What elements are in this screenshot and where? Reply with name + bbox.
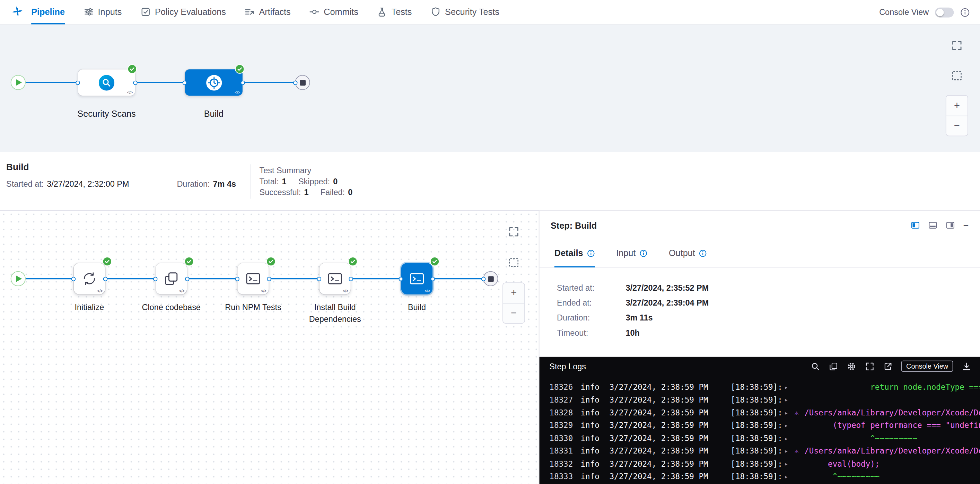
code-icon: </>	[425, 289, 430, 293]
log-date: 3/27/2024, 2:38:59 PM	[609, 395, 731, 404]
stop-icon	[488, 276, 493, 281]
total-value: 1	[282, 176, 286, 187]
log-time: [18:38:59]:	[730, 433, 784, 443]
detail-value: 10h	[625, 328, 980, 338]
tab-input[interactable]: Input	[616, 240, 648, 267]
stage-label-build[interactable]: Build	[170, 109, 258, 119]
zoom-out-button[interactable]: −	[503, 303, 524, 323]
selection-tool-icon[interactable]	[508, 257, 519, 268]
layout-bottom-icon[interactable]	[928, 221, 938, 230]
info-icon[interactable]	[699, 249, 707, 257]
expand-log-icon[interactable]: ▸	[784, 460, 795, 467]
log-date: 3/27/2024, 2:38:59 PM	[609, 408, 731, 417]
started-label: Started at:	[6, 179, 44, 189]
copy-icon[interactable]	[829, 361, 838, 371]
code-icon: </>	[179, 289, 185, 293]
layout-split-icon[interactable]	[911, 221, 920, 230]
info-icon[interactable]	[960, 7, 970, 17]
log-content: /Users/anka/Library/Developer/Xcode/De	[804, 446, 980, 455]
pipeline-edge	[351, 278, 401, 279]
expand-log-icon[interactable]: ▸	[784, 384, 795, 390]
info-icon[interactable]	[587, 249, 595, 257]
log-level: info	[581, 408, 609, 417]
search-icon[interactable]	[811, 361, 820, 371]
step-label-run-npm-tests[interactable]: Run NPM Tests	[212, 302, 294, 314]
step-node-initialize[interactable]: </>	[74, 263, 105, 294]
skipped-value: 0	[333, 176, 337, 187]
log-time: [18:38:59]:	[730, 459, 784, 468]
pipeline-end-node	[295, 75, 310, 90]
top-nav: Pipeline Inputs Policy Evaluations Artif…	[0, 0, 980, 25]
log-line: 18327 info 3/27/2024, 2:38:59 PM [18:38:…	[539, 393, 980, 406]
step-label-clone-codebase[interactable]: Clone codebase	[130, 302, 212, 314]
log-time: [18:38:59]:	[730, 395, 784, 404]
success-badge-icon	[266, 257, 275, 266]
pipeline-edge	[269, 278, 320, 279]
step-node-build[interactable]: </>	[401, 263, 433, 294]
commit-icon	[309, 7, 320, 17]
console-view-button[interactable]: Console View	[901, 361, 953, 372]
panel-layout-controls: −	[911, 221, 969, 230]
terminal-icon	[245, 271, 261, 287]
expand-canvas-icon[interactable]	[508, 226, 519, 237]
step-label-install-build-dependencies[interactable]: Install Build Dependencies	[294, 302, 375, 325]
step-label-build[interactable]: Build	[376, 302, 457, 314]
tab-inputs[interactable]: Inputs	[84, 0, 122, 24]
tab-security-tests[interactable]: Security Tests	[431, 0, 500, 24]
log-time: [18:38:59]:	[730, 408, 784, 417]
stage-node-security-scans[interactable]: </>	[78, 69, 135, 96]
expand-log-icon[interactable]: ▸	[784, 448, 795, 455]
stage-start-node[interactable]	[11, 271, 25, 286]
step-node-clone-codebase[interactable]: </>	[156, 263, 187, 294]
duration-value: 7m 4s	[213, 179, 236, 189]
stop-icon	[300, 80, 305, 85]
log-level: info	[581, 382, 609, 392]
tab-pipeline[interactable]: Pipeline	[31, 0, 65, 24]
stage-label-security-scans[interactable]: Security Scans	[63, 109, 150, 119]
run-summary-bar: Build Started at: 3/27/2024, 2:32:00 PM …	[0, 152, 980, 211]
expand-log-icon[interactable]: ▸	[784, 435, 795, 442]
expand-log-icon[interactable]: ▸	[784, 409, 795, 416]
tab-artifacts[interactable]: Artifacts	[245, 0, 291, 24]
step-logs-header: Step Logs Console View	[539, 357, 980, 376]
info-icon[interactable]	[640, 249, 648, 257]
expand-log-icon[interactable]: ▸	[784, 422, 795, 429]
connector-port	[399, 276, 403, 281]
tab-output[interactable]: Output	[669, 240, 707, 267]
external-link-icon[interactable]	[883, 361, 892, 371]
tab-details[interactable]: Details	[554, 240, 595, 267]
fullscreen-icon[interactable]	[865, 361, 874, 371]
minimize-panel-button[interactable]: −	[963, 221, 969, 230]
console-view-toggle[interactable]	[935, 7, 954, 17]
layout-right-icon[interactable]	[946, 221, 955, 230]
gear-icon[interactable]	[847, 361, 856, 371]
stage-node-build[interactable]: </>	[185, 69, 243, 96]
expand-log-icon[interactable]: ▸	[784, 473, 795, 480]
log-time: [18:38:59]:	[730, 421, 784, 430]
log-line: 18328 info 3/27/2024, 2:38:59 PM [18:38:…	[539, 406, 980, 419]
selection-tool-icon[interactable]	[951, 70, 963, 81]
tab-tests[interactable]: Tests	[377, 0, 412, 24]
step-node-run-npm-tests[interactable]: </>	[237, 263, 269, 294]
detail-value: 3/27/2024, 2:35:52 PM	[625, 283, 980, 292]
expand-canvas-icon[interactable]	[951, 40, 963, 51]
download-icon[interactable]	[962, 361, 971, 371]
tab-label: Input	[616, 248, 636, 258]
tab-commits[interactable]: Commits	[309, 0, 358, 24]
step-label-initialize[interactable]: Initialize	[49, 302, 130, 314]
shield-icon	[431, 7, 441, 17]
zoom-out-button[interactable]: −	[947, 116, 967, 136]
code-icon: </>	[127, 90, 133, 95]
started-value: 3/27/2024, 2:32:00 PM	[47, 179, 129, 189]
log-date: 3/27/2024, 2:38:59 PM	[609, 446, 731, 455]
warning-icon: ⚠	[794, 408, 804, 416]
zoom-in-button[interactable]: +	[947, 96, 967, 116]
console-view-label: Console View	[879, 8, 929, 17]
log-date: 3/27/2024, 2:38:59 PM	[609, 433, 731, 443]
step-node-install-build-dependencies[interactable]: </>	[320, 263, 351, 294]
tab-policy-evaluations[interactable]: Policy Evaluations	[141, 0, 226, 24]
success-badge-icon	[185, 257, 194, 266]
expand-log-icon[interactable]: ▸	[784, 396, 795, 403]
zoom-in-button[interactable]: +	[503, 283, 524, 303]
pipeline-start-node[interactable]	[11, 75, 25, 90]
